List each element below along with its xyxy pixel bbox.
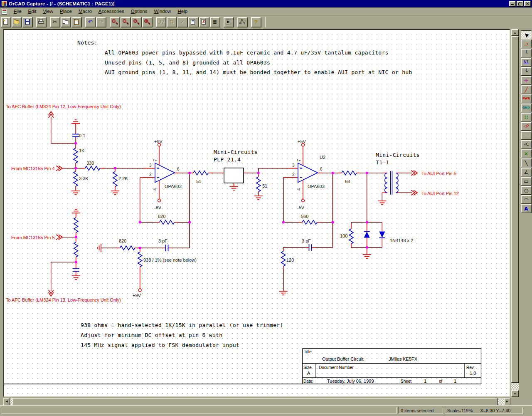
svg-text:3: 3 [292, 163, 295, 168]
svg-text:820: 820 [119, 238, 126, 243]
menu-window[interactable]: Window [151, 8, 175, 15]
place-power-tool[interactable]: PWR [521, 94, 532, 103]
drc-button[interactable]: ✓ [177, 17, 187, 27]
zoom-in-button[interactable]: + [110, 17, 120, 27]
svg-text:6: 6 [320, 167, 323, 171]
help-button[interactable]: ? [251, 17, 261, 27]
status-scale-coords: Scale=119% X=8.30 Y=7.40 [445, 407, 523, 414]
minimize-button[interactable] [509, 1, 516, 6]
close-button[interactable]: × [524, 1, 531, 6]
status-selection: 0 items selected [398, 407, 443, 414]
paste-icon [73, 19, 80, 25]
scroll-left-button[interactable]: ◀ [3, 398, 10, 405]
svg-text:AUI ground pins (1, 8, 11, and: AUI ground pins (1, 8, 11, and 14) must … [105, 69, 412, 75]
menu-options[interactable]: Options [128, 8, 151, 15]
horizontal-scrollbar[interactable]: ◀ ▶ [3, 398, 510, 405]
vertical-scroll-thumb[interactable] [511, 36, 519, 383]
cross-reference-icon: ✗ [201, 19, 207, 25]
copy-button[interactable] [61, 17, 71, 27]
place-ground-tool[interactable]: GND [521, 104, 532, 112]
svg-text:938 / 1% (see note below): 938 / 1% (see note below) [143, 258, 197, 262]
horizontal-scroll-thumb[interactable] [12, 398, 498, 405]
svg-text:+9V: +9V [154, 139, 163, 144]
menu-place[interactable]: Place [57, 8, 75, 15]
snap-to-grid-icon: ▶ [225, 19, 232, 25]
snap-to-grid-button[interactable]: ▶ [224, 17, 234, 27]
place-text-tool[interactable]: A [521, 204, 532, 213]
bom-button[interactable]: ≣ [210, 17, 220, 27]
svg-text:120: 120 [286, 258, 294, 262]
undo-button[interactable]: ↶ [85, 17, 95, 27]
zoom-area-button[interactable]: ▭ [131, 17, 141, 27]
svg-text:−: − [157, 175, 159, 180]
menu-accessories[interactable]: Accessories [95, 8, 128, 15]
vertical-scrollbar[interactable]: ▲ ▼ [511, 29, 519, 397]
menu-file[interactable]: File [10, 8, 25, 15]
annotate-button[interactable]: U? [156, 17, 166, 27]
horizontal-scroll-track-right[interactable] [498, 398, 504, 405]
scroll-right-button[interactable]: ▶ [504, 398, 510, 405]
draw-polyline-tool[interactable]: ∠ [521, 168, 532, 176]
scroll-up-button[interactable]: ▲ [511, 29, 519, 36]
menu-help[interactable]: Help [174, 8, 191, 15]
svg-text:Tuesday, July 06, 1999: Tuesday, July 06, 1999 [327, 379, 374, 384]
netlist-button[interactable] [188, 17, 198, 27]
svg-text:145 MHz signal applied to FSK: 145 MHz signal applied to FSK demodulato… [81, 342, 239, 348]
select-tool[interactable]: ▶ [521, 30, 532, 39]
redo-icon: ↷ [99, 19, 103, 25]
draw-rectangle-tool[interactable]: ▭ [521, 177, 532, 186]
svg-text:-5V: -5V [297, 205, 305, 210]
restore-button[interactable] [517, 1, 523, 6]
menu-macro[interactable]: Macro [75, 8, 95, 15]
menu-view[interactable]: View [39, 8, 57, 15]
new-button[interactable]: ✦ [1, 17, 11, 27]
svg-text:1K: 1K [79, 148, 85, 153]
place-net-alias-tool[interactable]: N1 [521, 58, 532, 67]
svg-text:3: 3 [149, 163, 152, 168]
draw-ellipse-tool[interactable]: ○ [521, 186, 532, 195]
menu-edit[interactable]: Edit [25, 8, 40, 15]
draw-line-tool[interactable]: ╲ [521, 158, 532, 167]
cross-reference-button[interactable]: ✗ [199, 17, 209, 27]
place-pin-tool[interactable]: —○ [521, 131, 532, 140]
annotate-icon: U? [158, 19, 165, 25]
open-button[interactable] [12, 17, 22, 27]
place-no-connect-tool[interactable]: ✕ [521, 149, 532, 158]
svg-text:68: 68 [345, 179, 350, 184]
print-button[interactable] [36, 17, 46, 27]
svg-text:of: of [439, 379, 443, 384]
svg-text:2: 2 [149, 172, 152, 177]
cursor-coordinates: X=8.30 Y=7.40 [480, 408, 510, 413]
scroll-down-button[interactable]: ▼ [511, 390, 519, 397]
update-properties-button[interactable]: ⇅ [167, 17, 177, 27]
svg-text:Mini-Circuits: Mini-Circuits [214, 149, 258, 155]
draw-polyline-tool-icon: ∠ [524, 170, 529, 175]
place-hierarchical-block-tool[interactable]: ∷ [521, 113, 532, 121]
place-bus-tool[interactable]: └ [521, 67, 532, 76]
project-manager-button[interactable] [237, 17, 247, 27]
save-button[interactable] [22, 17, 32, 27]
redo-button[interactable]: ↷ [96, 17, 106, 27]
svg-text:51: 51 [196, 179, 201, 184]
zoom-scale: Scale=119% [447, 408, 473, 413]
cut-button[interactable]: ✂ [50, 17, 60, 27]
svg-text:+9V: +9V [133, 293, 141, 298]
zoom-out-button[interactable]: − [121, 17, 131, 27]
svg-text:330: 330 [86, 161, 94, 166]
update-properties-icon: ⇅ [170, 19, 174, 25]
place-part-tool[interactable]: ⊃ [521, 40, 532, 48]
place-off-page-connector-tool[interactable]: «C [521, 140, 532, 149]
zoom-all-button[interactable]: ▣ [142, 17, 152, 27]
place-wire-tool[interactable]: └ [521, 49, 532, 57]
place-junction-tool[interactable]: ✛ [521, 76, 532, 85]
schematic-drawing: .m{font:13px "DejaVu Sans Mono",monospac… [4, 30, 510, 396]
drc-icon: ✓ [180, 19, 185, 25]
svg-text:2: 2 [292, 172, 295, 177]
draw-arc-tool[interactable]: ◠ [521, 195, 532, 204]
paste-button[interactable] [71, 17, 81, 27]
place-port-tool[interactable]: ◁P [521, 122, 532, 131]
document-icon[interactable] [2, 9, 7, 15]
schematic-canvas[interactable]: .m{font:13px "DejaVu Sans Mono",monospac… [3, 29, 510, 397]
place-bus-entry-tool[interactable]: ╱ [521, 85, 532, 94]
vertical-scroll-track[interactable] [511, 383, 519, 390]
